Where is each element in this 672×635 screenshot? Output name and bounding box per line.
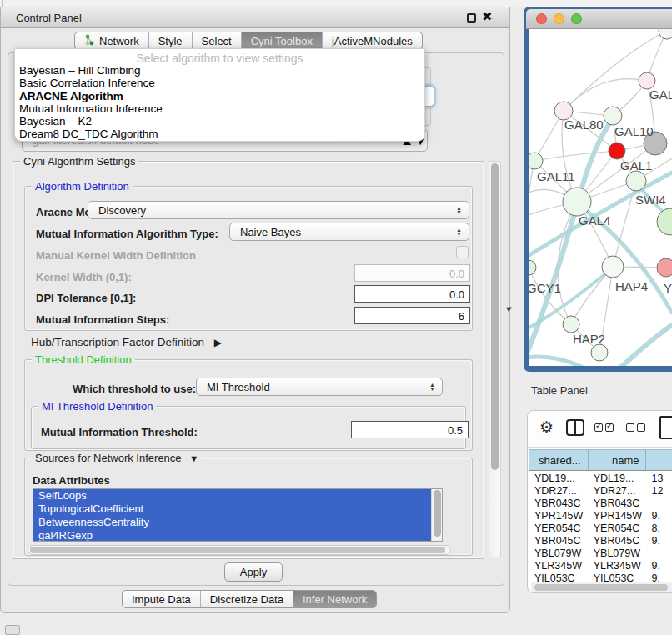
network-node-gal[interactable] [639, 72, 655, 89]
table-cell: YBR043C [589, 498, 647, 510]
network-node-gal10[interactable] [604, 107, 622, 125]
attribute-list-item[interactable]: SelfLoops [33, 489, 432, 502]
mi-algorithm-type-combo[interactable]: Naive Bayes ▲▼ [229, 222, 469, 241]
column-header-shared[interactable]: shared... [529, 450, 589, 470]
node-label: GAL10 [614, 124, 654, 138]
table-cell: 9. [647, 510, 672, 522]
network-node-gcy1[interactable] [529, 260, 536, 275]
tab-infer-network[interactable]: Infer Network [293, 591, 376, 608]
table-cell: 9. [647, 560, 672, 572]
kernel-width-field[interactable]: 0.0 [354, 264, 470, 282]
manual-kernel-checkbox[interactable] [456, 246, 469, 258]
network-node-hap4[interactable] [602, 256, 624, 278]
tab-cyni-toolbox[interactable]: Cyni Toolbox [242, 32, 323, 49]
tab-discretize-data[interactable]: Discretize Data [201, 591, 293, 608]
data-attributes-list[interactable]: SelfLoopsTopologicalCoefficientBetweenne… [33, 488, 443, 542]
table-cell: YDR27... [529, 485, 589, 498]
table-row[interactable]: YER054CYER054C8. [529, 522, 672, 535]
mi-steps-field[interactable]: 6 [354, 307, 470, 324]
node-label: GAL80 [564, 118, 604, 132]
hub-definition-toggle[interactable]: Hub/Transcription Factor Definition ▶ [31, 336, 222, 348]
attribute-list-item[interactable]: TopologicalCoefficient [33, 502, 432, 516]
network-node-gal11[interactable] [529, 152, 543, 169]
attributes-hscroll-thumb[interactable] [30, 547, 445, 553]
network-node-gal1[interactable] [609, 142, 625, 159]
mi-algorithm-type-value: Naive Bayes [230, 226, 456, 238]
network-node-hap2[interactable] [563, 316, 579, 332]
which-threshold-label: Which threshold to use: [73, 382, 196, 395]
columns-icon[interactable] [566, 419, 584, 436]
mac-close-icon[interactable] [536, 13, 547, 24]
sources-title-toggle[interactable]: Sources for Network Inference ▼ [32, 452, 202, 464]
which-threshold-combo[interactable]: MI Threshold ▲▼ [196, 378, 443, 396]
tab-impute-data[interactable]: Impute Data [123, 591, 201, 608]
dropdown-option[interactable]: Bayesian – K2 [15, 115, 424, 128]
attributes-vertical-scrollbar[interactable] [431, 489, 442, 541]
threshold-definition-title: Threshold Definition [32, 353, 135, 366]
table-row[interactable]: YBR043CYBR043C [529, 498, 672, 510]
tab-label: Cyni Toolbox [251, 35, 313, 48]
table-row[interactable]: YDL19...YDL19...13 [529, 472, 672, 485]
apply-button[interactable]: Apply [224, 562, 283, 582]
cyni-algorithm-settings-title: Cyni Algorithm Settings [20, 155, 138, 168]
deselect-all-checks-icon[interactable] [626, 423, 645, 432]
dpi-tolerance-field[interactable]: 0.0 [354, 285, 470, 302]
document-icon[interactable] [659, 416, 672, 439]
tab-jactivemnodules[interactable]: jActiveMNodules [323, 32, 422, 49]
table-row[interactable]: YPR145WYPR145W9. [529, 510, 672, 522]
settings-scrollbar-thumb[interactable] [491, 163, 499, 470]
table-toolbar: ⚙ [528, 411, 672, 448]
network-node[interactable] [659, 29, 672, 39]
mac-zoom-icon[interactable] [571, 13, 582, 24]
network-edge[interactable] [564, 79, 647, 111]
mac-minimize-icon[interactable] [554, 13, 564, 24]
table-row[interactable]: YDR27...YDR27...12 [529, 485, 672, 498]
network-node-gal4[interactable] [563, 188, 591, 216]
network-edge[interactable] [534, 151, 617, 161]
network-node[interactable] [591, 344, 608, 361]
which-threshold-value: MI Threshold [197, 381, 429, 393]
dropdown-option[interactable]: Dream8 DC_TDC Algorithm [15, 128, 424, 140]
table-cell: YBR043C [529, 498, 589, 510]
attributes-horizontal-scrollbar[interactable] [28, 545, 451, 555]
network-node-y[interactable] [657, 258, 672, 277]
dropdown-option[interactable]: Basic Correlation Inference [15, 77, 424, 89]
table-row[interactable]: YBL079WYBL079W [529, 548, 672, 560]
mi-threshold-definition-title: MI Threshold Definition [38, 400, 156, 412]
network-node-swi4[interactable] [626, 171, 646, 191]
network-canvas[interactable]: GALGAL80GAL10GAL1GAL11SWI4GAL4HAP4YGCY1H… [529, 29, 672, 366]
dropdown-option[interactable]: ARACNE Algorithm [15, 90, 424, 102]
node-label: GAL4 [579, 213, 610, 228]
table-row[interactable]: YLR345WYLR345W9. [529, 560, 672, 572]
table-hscroll-thumb[interactable] [534, 584, 668, 591]
gear-icon[interactable]: ⚙ [539, 418, 554, 437]
column-header-name[interactable]: name [589, 450, 647, 470]
network-window-titlebar[interactable] [526, 9, 672, 29]
table-cell: YDL19... [529, 472, 589, 485]
dropdown-option[interactable]: Bayesian – Hill Climbing [15, 64, 424, 77]
settings-vertical-scrollbar[interactable] [489, 161, 501, 558]
attribute-list-item[interactable]: BetweennessCentrality [33, 516, 432, 529]
tab-network[interactable]: Network [75, 32, 149, 49]
sources-title: Sources for Network Inference [35, 452, 182, 464]
network-edge[interactable] [529, 357, 584, 366]
dropdown-option[interactable]: Mutual Information Inference [15, 102, 424, 115]
table-horizontal-scrollbar[interactable] [531, 582, 672, 592]
algorithm-definition-title: Algorithm Definition [32, 180, 133, 192]
mi-threshold-field[interactable]: 0.5 [351, 421, 469, 438]
close-panel-icon[interactable]: ✖ [482, 9, 493, 24]
column-header[interactable] [646, 450, 672, 470]
tab-style[interactable]: Style [149, 32, 193, 49]
network-node[interactable] [657, 208, 672, 235]
float-window-icon[interactable] [467, 13, 476, 22]
aracne-mode-combo[interactable]: Discovery ▲▼ [88, 201, 469, 219]
tab-select[interactable]: Select [193, 32, 242, 49]
algorithm-dropdown-list: Bayesian – Hill ClimbingBasic Correlatio… [15, 64, 424, 141]
network-view-window: GALGAL80GAL10GAL1GAL11SWI4GAL4HAP4YGCY1H… [524, 7, 672, 372]
select-all-checks-icon[interactable] [594, 423, 614, 432]
network-edge[interactable] [620, 325, 672, 366]
attribute-list-item[interactable]: gal4RGexp [33, 529, 432, 542]
minimized-panel-icon[interactable] [5, 625, 20, 635]
kernel-width-label: Kernel Width (0,1): [36, 271, 132, 283]
table-row[interactable]: YBR045CYBR045C9. [529, 535, 672, 548]
